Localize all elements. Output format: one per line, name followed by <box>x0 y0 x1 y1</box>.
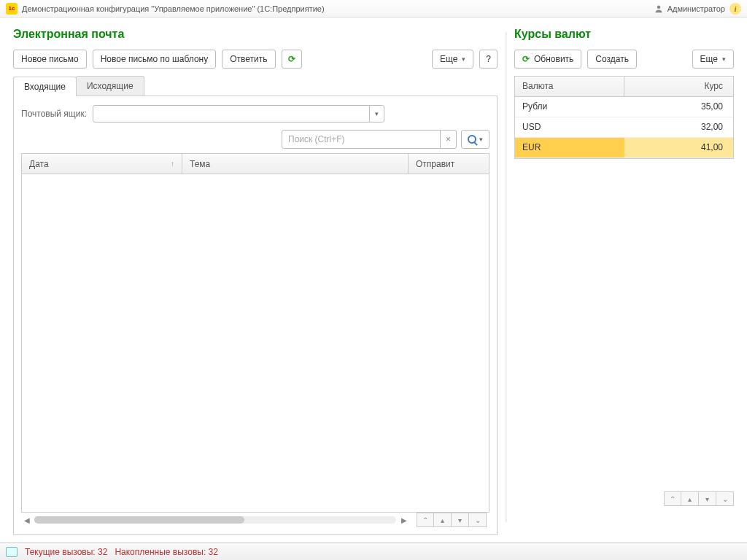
currency-name: USD <box>515 117 624 137</box>
sort-asc-icon: ↑ <box>171 160 174 168</box>
grid-nav-buttons: ⌃ ▴ ▾ ⌄ <box>417 513 487 527</box>
status-current: Текущие вызовы: 32 <box>25 547 107 557</box>
caret-down-icon: ▾ <box>375 110 379 117</box>
col-subject[interactable]: Тема <box>182 154 409 174</box>
currency-rate: 41,00 <box>624 138 733 158</box>
nav-up-button[interactable]: ▴ <box>681 491 699 506</box>
email-title: Электронная почта <box>13 28 498 41</box>
caret-down-icon: ▾ <box>722 55 726 63</box>
more-label: Еще <box>440 54 457 64</box>
nav-down-button[interactable]: ▾ <box>699 491 716 506</box>
nav-first-button[interactable]: ⌃ <box>664 491 681 506</box>
hscroll-track[interactable] <box>34 516 396 524</box>
close-icon: × <box>446 134 451 144</box>
rates-table: Валюта Курс Рубли 35,00 USD 32,00 EUR 41… <box>514 76 734 159</box>
nav-down-button[interactable]: ▾ <box>452 513 469 527</box>
col-date[interactable]: Дата↑ <box>22 154 182 174</box>
inbox-panel: Почтовый ящик: ▾ × ▾ Дата↑ <box>13 96 498 535</box>
grid-footer: ◀ ▶ ⌃ ▴ ▾ ⌄ <box>21 513 489 527</box>
hscroll-thumb[interactable] <box>34 516 244 524</box>
new-email-button[interactable]: Новое письмо <box>13 50 87 69</box>
rates-create-button[interactable]: Создать <box>587 50 637 69</box>
email-grid: Дата↑ Тема Отправит <box>21 153 489 513</box>
mailbox-input[interactable] <box>93 106 369 122</box>
scroll-left-icon[interactable]: ◀ <box>24 516 30 524</box>
tab-outbox[interactable]: Исходящие <box>76 76 144 96</box>
status-accumulated: Накопленные вызовы: 32 <box>115 547 218 557</box>
caret-down-icon: ▾ <box>462 55 465 63</box>
refresh-icon: ⟳ <box>288 54 295 64</box>
rates-refresh-label: Обновить <box>534 54 573 64</box>
scroll-right-icon[interactable]: ▶ <box>400 516 408 524</box>
titlebar: 1c Демонстрационная конфигурация "Управл… <box>0 0 747 18</box>
col-from[interactable]: Отправит <box>409 154 489 174</box>
tab-inbox[interactable]: Входящие <box>13 77 77 96</box>
rates-toolbar: ⟳Обновить Создать Еще▾ <box>514 50 734 69</box>
search-clear-button[interactable]: × <box>440 131 456 148</box>
mailbox-label: Почтовый ящик: <box>21 109 87 119</box>
rates-refresh-button[interactable]: ⟳Обновить <box>514 50 581 69</box>
nav-last-button[interactable]: ⌄ <box>469 513 487 527</box>
user-name[interactable]: Администратор <box>667 4 725 13</box>
help-button[interactable]: ? <box>479 50 498 69</box>
grid-body[interactable] <box>22 174 489 512</box>
rates-title: Курсы валют <box>514 28 734 41</box>
mailbox-combo[interactable]: ▾ <box>93 105 384 122</box>
svg-point-0 <box>657 5 660 9</box>
refresh-button[interactable]: ⟳ <box>282 50 302 69</box>
refresh-icon: ⟳ <box>522 54 530 64</box>
table-row[interactable]: Рубли 35,00 <box>515 97 733 117</box>
rates-header: Валюта Курс <box>515 77 733 97</box>
app-title: Демонстрационная конфигурация "Управляем… <box>22 4 325 13</box>
currency-name: EUR <box>515 138 624 158</box>
caret-down-icon: ▾ <box>479 136 483 143</box>
rates-nav-buttons: ⌃ ▴ ▾ ⌄ <box>664 491 734 506</box>
currency-rate: 35,00 <box>624 97 733 117</box>
reply-button[interactable]: Ответить <box>222 50 275 69</box>
mailbox-dropdown-button[interactable]: ▾ <box>369 106 384 122</box>
table-row[interactable]: USD 32,00 <box>515 117 733 138</box>
search-input[interactable] <box>282 131 440 148</box>
nav-up-button[interactable]: ▴ <box>434 513 452 527</box>
currency-name: Рубли <box>515 97 624 117</box>
more-button[interactable]: Еще▾ <box>432 50 473 69</box>
new-email-template-button[interactable]: Новое письмо по шаблону <box>93 50 217 69</box>
status-icon[interactable] <box>6 547 18 557</box>
rates-more-button[interactable]: Еще▾ <box>692 50 734 69</box>
status-bar: Текущие вызовы: 32 Накопленные вызовы: 3… <box>0 542 747 560</box>
info-icon[interactable]: i <box>729 3 741 15</box>
email-pane: Электронная почта Новое письмо Новое пис… <box>0 18 505 537</box>
rates-pane: Курсы валют ⟳Обновить Создать Еще▾ Валют… <box>507 18 747 537</box>
grid-header: Дата↑ Тема Отправит <box>22 154 489 174</box>
nav-first-button[interactable]: ⌃ <box>417 513 434 527</box>
table-row-selected[interactable]: EUR 41,00 <box>515 138 733 158</box>
rates-more-label: Еще <box>700 54 718 64</box>
search-icon <box>468 135 476 144</box>
search-button[interactable]: ▾ <box>461 130 489 149</box>
app-logo-icon: 1c <box>6 3 18 15</box>
email-toolbar: Новое письмо Новое письмо по шаблону Отв… <box>13 50 498 69</box>
currency-rate: 32,00 <box>624 117 733 137</box>
col-rate[interactable]: Курс <box>624 77 733 96</box>
email-tabs: Входящие Исходящие <box>13 76 498 96</box>
col-currency[interactable]: Валюта <box>515 77 624 96</box>
user-icon <box>654 4 663 13</box>
search-box: × <box>282 130 457 149</box>
nav-last-button[interactable]: ⌄ <box>716 491 734 506</box>
